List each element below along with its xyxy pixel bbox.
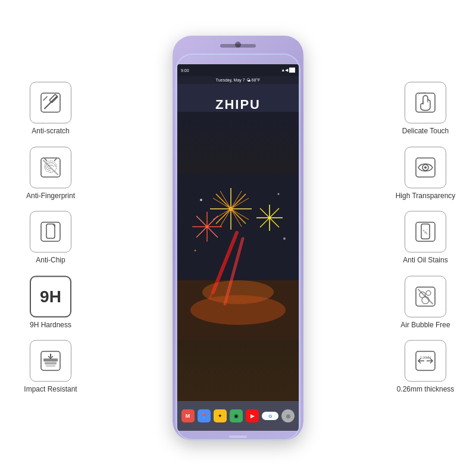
anti-fingerprint-label: Anti-Fingerprint bbox=[26, 191, 75, 201]
fingerprint-icon bbox=[39, 155, 62, 179]
brand-name: ZHIPU bbox=[177, 97, 299, 112]
feature-anti-fingerprint: Anti-Fingerprint bbox=[12, 146, 89, 201]
anti-oil-label: Anti Oil Stains bbox=[403, 256, 447, 265]
feature-anti-oil: Anti Oil Stains bbox=[387, 211, 464, 265]
phone-wrapper: 9:00 ▲◀ ██ Tuesday, May 7 🌤 68°F ZHIPU B… bbox=[173, 36, 303, 440]
hardness-text: 9H bbox=[40, 287, 61, 306]
svg-rect-14 bbox=[46, 365, 55, 367]
thickness-label: 0.26mm thickness bbox=[397, 385, 455, 394]
features-right: Delicate Touch High Transparency bbox=[387, 82, 464, 394]
photos-icon: ✦ bbox=[214, 409, 227, 422]
anti-fingerprint-icon-box bbox=[30, 146, 71, 188]
svg-point-72 bbox=[427, 229, 428, 230]
hardness-icon-box: 9H bbox=[30, 275, 71, 317]
svg-rect-62 bbox=[416, 93, 435, 112]
screen-date: Tuesday, May 7 🌤 68°F bbox=[177, 76, 299, 84]
svg-point-76 bbox=[426, 290, 431, 295]
phone-camera bbox=[235, 42, 241, 48]
svg-point-61 bbox=[283, 237, 286, 240]
chip-icon bbox=[39, 220, 62, 244]
impact-icon-box bbox=[30, 340, 71, 382]
assistant-icon: ◎ bbox=[281, 409, 295, 422]
feature-delicate-touch: Delicate Touch bbox=[387, 82, 464, 136]
youtube-icon: ▶ bbox=[246, 409, 259, 422]
maps-icon: 📍 bbox=[198, 409, 211, 422]
svg-line-2 bbox=[43, 97, 47, 101]
svg-line-6 bbox=[54, 158, 57, 161]
feature-high-transparency: High Transparency bbox=[387, 146, 464, 201]
feature-anti-scratch: Anti-scratch bbox=[12, 82, 89, 136]
bubble-icon-box bbox=[405, 275, 446, 317]
svg-point-67 bbox=[424, 166, 427, 168]
feature-air-bubble-free: Air Bubble Free bbox=[387, 275, 464, 330]
app-dock: M 📍 ✦ ◉ ▶ G bbox=[177, 401, 299, 431]
main-container: Anti-scratch Anti-Fingerprint bbox=[0, 0, 476, 476]
eye-icon bbox=[414, 155, 437, 179]
status-icons: ▲◀ ██ bbox=[281, 68, 295, 73]
svg-line-5 bbox=[45, 158, 47, 161]
phone-screen: 9:00 ▲◀ ██ Tuesday, May 7 🌤 68°F ZHIPU B… bbox=[177, 64, 299, 431]
delicate-touch-label: Delicate Touch bbox=[402, 127, 449, 136]
svg-point-73 bbox=[426, 233, 428, 234]
svg-marker-10 bbox=[52, 225, 55, 228]
svg-point-57 bbox=[190, 295, 286, 325]
anti-oil-icon bbox=[414, 220, 437, 244]
thickness-icon: 0.26MM bbox=[414, 349, 437, 373]
feature-9h-hardness: 9H 9H Hardness bbox=[12, 275, 89, 330]
google-search-bar: G bbox=[262, 412, 278, 420]
status-time: 9:00 bbox=[181, 68, 189, 73]
features-left: Anti-scratch Anti-Fingerprint bbox=[12, 82, 89, 394]
thickness-icon-box: 0.26MM bbox=[405, 340, 446, 382]
svg-rect-3 bbox=[49, 94, 58, 102]
oil-icon-box bbox=[405, 211, 446, 253]
anti-chip-label: Anti-Chip bbox=[36, 256, 65, 265]
svg-rect-13 bbox=[45, 362, 57, 365]
svg-rect-9 bbox=[46, 224, 55, 239]
touch-icon bbox=[414, 91, 437, 115]
gmail-icon: M bbox=[181, 409, 195, 422]
svg-point-58 bbox=[200, 199, 202, 201]
anti-chip-icon-box bbox=[30, 211, 71, 253]
phone: 9:00 ▲◀ ██ Tuesday, May 7 🌤 68°F ZHIPU B… bbox=[173, 36, 303, 440]
high-transparency-label: High Transparency bbox=[396, 191, 456, 201]
bubble-icon bbox=[414, 284, 437, 308]
feature-thickness: 0.26MM 0.26mm thickness bbox=[387, 340, 464, 394]
anti-scratch-label: Anti-scratch bbox=[32, 127, 69, 136]
status-bar: 9:00 ▲◀ ██ bbox=[177, 64, 299, 76]
scratch-icon bbox=[39, 91, 62, 115]
feature-impact-resistant: Impact Resistant bbox=[12, 340, 89, 394]
anti-scratch-icon-box bbox=[30, 82, 71, 124]
fireworks-area bbox=[177, 112, 299, 401]
hardness-label: 9H Hardness bbox=[30, 320, 71, 330]
svg-point-60 bbox=[195, 250, 196, 252]
chrome-icon: ◉ bbox=[230, 409, 243, 422]
eye-icon-box bbox=[405, 146, 446, 188]
air-bubble-free-label: Air Bubble Free bbox=[400, 320, 450, 330]
phone-home-indicator bbox=[229, 436, 247, 438]
fireworks-svg bbox=[177, 112, 299, 401]
svg-point-77 bbox=[422, 296, 429, 303]
impact-icon bbox=[39, 349, 62, 373]
svg-point-70 bbox=[423, 230, 425, 231]
svg-point-59 bbox=[278, 193, 280, 195]
impact-resistant-label: Impact Resistant bbox=[24, 385, 77, 394]
touch-icon-box bbox=[405, 82, 446, 124]
feature-anti-chip: Anti-Chip bbox=[12, 211, 89, 265]
svg-text:0.26MM: 0.26MM bbox=[420, 356, 431, 359]
